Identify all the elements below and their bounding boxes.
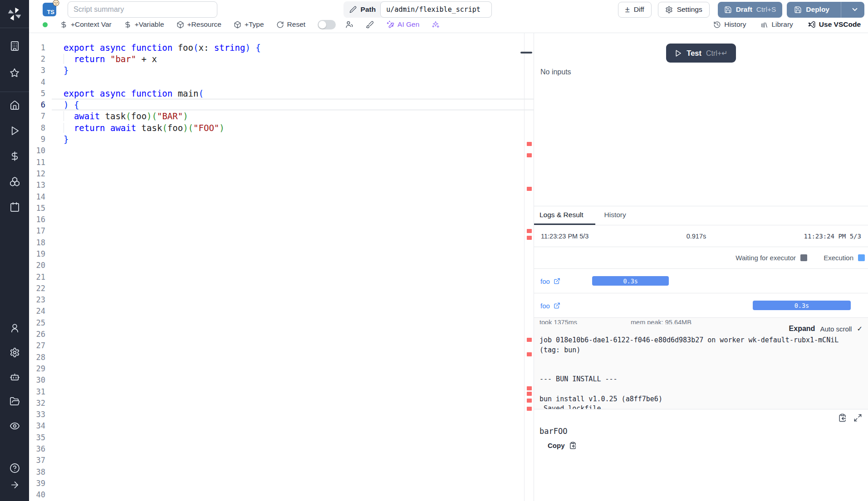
diff-mode-toggle[interactable] xyxy=(318,20,336,29)
runs-play-icon[interactable] xyxy=(10,120,20,141)
code-editor[interactable]: 1export async function foo(x: string) {2… xyxy=(29,33,534,501)
deploy-button[interactable]: Deploy xyxy=(787,2,864,18)
workers-robot-icon[interactable] xyxy=(10,366,20,388)
line-number: 16 xyxy=(29,215,52,224)
ai-sparkles-button[interactable] xyxy=(432,20,440,29)
add-resource-button[interactable]: +Resource xyxy=(177,20,221,29)
line-number: 10 xyxy=(29,146,52,155)
settings-gear-icon[interactable] xyxy=(10,342,20,363)
code-line[interactable]: 25 xyxy=(29,317,534,328)
help-icon[interactable] xyxy=(10,463,20,473)
code-line[interactable]: 5export async function main( xyxy=(29,88,534,99)
typescript-language-badge[interactable]: TS xyxy=(43,3,56,16)
code-line[interactable]: 20 xyxy=(29,260,534,271)
diff-button[interactable]: ± Diff xyxy=(618,2,652,18)
code-line[interactable]: 30 xyxy=(29,375,534,386)
home-icon[interactable] xyxy=(10,95,20,116)
code-line[interactable]: 19 xyxy=(29,248,534,259)
copy-result-clipboard-icon[interactable] xyxy=(838,413,847,422)
code-line[interactable]: 40 xyxy=(29,489,534,501)
code-line[interactable]: 10 xyxy=(29,145,534,156)
code-line[interactable]: 27 xyxy=(29,340,534,351)
resources-boxes-icon[interactable] xyxy=(10,171,20,192)
schedules-calendar-icon[interactable] xyxy=(10,196,20,218)
test-button-label: Test xyxy=(687,49,701,58)
audit-eye-icon[interactable] xyxy=(10,415,20,437)
draft-button[interactable]: Draft Ctrl+S xyxy=(718,2,783,18)
add-variable-button[interactable]: +Variable xyxy=(124,20,164,29)
maximize-result-icon[interactable] xyxy=(853,413,862,422)
pane-resize-handle[interactable] xyxy=(520,52,532,54)
reset-button[interactable]: Reset xyxy=(276,20,306,29)
code-line[interactable]: 3} xyxy=(29,65,534,76)
execution-color-swatch xyxy=(858,254,865,261)
tab-history[interactable]: History xyxy=(599,206,638,225)
workspace-building-icon[interactable] xyxy=(10,35,20,57)
deploy-button-divider xyxy=(841,2,841,18)
task-link[interactable]: foo xyxy=(540,302,560,309)
code-line[interactable]: 21 xyxy=(29,271,534,282)
code-line[interactable]: 38 xyxy=(29,466,534,477)
code-line[interactable]: 29 xyxy=(29,363,534,374)
code-line[interactable]: 8 return await task(foo)("FOO") xyxy=(29,122,534,133)
collapse-arrow-right-icon[interactable] xyxy=(10,480,20,490)
code-line[interactable]: 14 xyxy=(29,191,534,202)
code-line[interactable]: 23 xyxy=(29,294,534,306)
library-button[interactable]: Library xyxy=(760,20,793,29)
add-context-var-button[interactable]: +Context Var xyxy=(60,20,112,29)
code-line[interactable]: 12 xyxy=(29,168,534,179)
expand-logs-button[interactable]: Expand xyxy=(789,325,815,333)
variables-dollar-icon[interactable] xyxy=(10,146,20,167)
tab-logs-result[interactable]: Logs & Result xyxy=(534,206,595,225)
use-vscode-button[interactable]: Use VSCode xyxy=(808,20,861,29)
test-button[interactable]: Test Ctrl+↵ xyxy=(666,44,736,63)
magic-wand-icon xyxy=(386,20,394,29)
add-type-button[interactable]: +Type xyxy=(234,20,264,29)
code-line[interactable]: 34 xyxy=(29,420,534,432)
copy-result-button[interactable]: Copy xyxy=(548,442,863,449)
code-line[interactable]: 1export async function foo(x: string) { xyxy=(29,42,534,53)
code-line[interactable]: 15 xyxy=(29,202,534,214)
code-line[interactable]: 35 xyxy=(29,432,534,443)
code-line[interactable]: 7 await task(foo)("BAR") xyxy=(29,111,534,122)
edit-pencil-icon[interactable] xyxy=(349,6,357,13)
windmill-logo-icon[interactable] xyxy=(6,6,23,22)
users-person-icon[interactable] xyxy=(10,317,20,339)
settings-button[interactable]: Settings xyxy=(658,2,710,18)
code-line[interactable]: 32 xyxy=(29,397,534,409)
task-link[interactable]: foo xyxy=(540,277,560,285)
code-line[interactable]: 26 xyxy=(29,328,534,340)
execution-bar[interactable]: 0.3s xyxy=(592,276,669,286)
code-line[interactable]: 31 xyxy=(29,386,534,397)
mem-peak-stat: mem peak: 95.64MB xyxy=(631,319,691,324)
code-line[interactable]: 9} xyxy=(29,133,534,145)
language-badge-label: TS xyxy=(47,9,54,15)
code-line[interactable]: 37 xyxy=(29,455,534,466)
path-value-field[interactable]: u/admin/flexible_script xyxy=(380,1,492,18)
code-line[interactable]: 16 xyxy=(29,214,534,225)
history-button[interactable]: History xyxy=(713,20,746,29)
code-line[interactable]: 33 xyxy=(29,409,534,420)
script-summary-input[interactable] xyxy=(68,1,217,18)
line-number: 33 xyxy=(29,410,52,419)
code-line[interactable]: 18 xyxy=(29,237,534,248)
code-line[interactable]: 17 xyxy=(29,225,534,237)
autoscroll-checkbox[interactable]: ✓ xyxy=(857,325,863,333)
code-line[interactable]: 22 xyxy=(29,282,534,294)
favorites-star-icon[interactable] xyxy=(10,62,20,83)
code-line[interactable]: 24 xyxy=(29,306,534,317)
format-brush-button[interactable] xyxy=(366,20,374,29)
code-line[interactable]: 39 xyxy=(29,477,534,489)
code-line[interactable]: 28 xyxy=(29,351,534,363)
code-line[interactable]: 11 xyxy=(29,156,534,168)
deploy-dropdown-toggle[interactable] xyxy=(845,2,864,18)
code-line[interactable]: 13 xyxy=(29,180,534,191)
execution-bar[interactable]: 0.3s xyxy=(753,301,851,310)
code-line[interactable]: 6) { xyxy=(29,99,534,110)
code-line[interactable]: 36 xyxy=(29,443,534,454)
code-line[interactable]: 2 return "bar" + x xyxy=(29,53,534,64)
code-line[interactable]: 4 xyxy=(29,76,534,88)
folders-folder-open-icon[interactable] xyxy=(10,391,20,412)
collaborators-button[interactable] xyxy=(345,20,353,29)
ai-gen-button[interactable]: AI Gen xyxy=(386,20,419,29)
